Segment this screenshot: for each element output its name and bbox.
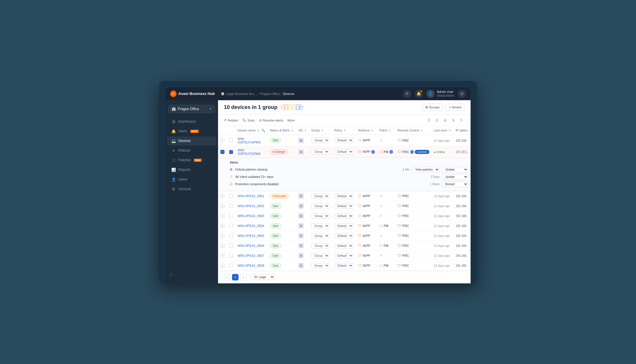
group-select[interactable]: Group (311, 263, 329, 268)
col-device-name[interactable]: Device name ⇅ 🔍 (235, 126, 267, 135)
groups-button[interactable]: ⊞ Groups (422, 104, 443, 111)
col-group[interactable]: Group ⇅ (309, 126, 332, 135)
sidebar-item-dashboard[interactable]: ⊞ Dashboard (167, 117, 216, 126)
device-link[interactable]: WIN-O3POLFGIPMS (238, 137, 261, 144)
row-expand-button[interactable]: + (220, 214, 224, 218)
restart-action[interactable]: ↺ Restart (224, 118, 238, 122)
grid-view-icon[interactable]: ⊞ (442, 117, 448, 124)
col-status[interactable]: Status & Alerts ⇅ (267, 126, 296, 135)
patch-toggle[interactable]: ● (390, 150, 393, 154)
update-select[interactable]: Update (442, 167, 468, 172)
device-link[interactable]: WIN-OPE42_0007 (238, 254, 264, 257)
sidebar-item-account[interactable]: ⚙ Account (167, 185, 216, 194)
next-page-button[interactable]: › (240, 274, 247, 280)
col-patch[interactable]: Patch ⇅ (377, 126, 395, 135)
row-expand-button[interactable]: − (220, 150, 224, 154)
row-checkbox[interactable] (229, 224, 233, 228)
group-select[interactable]: Group (311, 253, 329, 259)
policy-select[interactable]: Default (334, 263, 353, 268)
group-select[interactable]: Group (311, 138, 329, 143)
row-checkbox[interactable]: ✓ (229, 150, 233, 154)
list-view-icon[interactable]: ☰ (426, 117, 432, 124)
search-icon[interactable]: 🔍 (261, 129, 265, 132)
sidebar-collapse-button[interactable]: « (165, 269, 218, 280)
group-select[interactable]: Group (311, 203, 329, 209)
scan-action[interactable]: 🔍 Scan (242, 118, 255, 122)
policy-select[interactable]: Default (334, 223, 353, 229)
add-device-button[interactable]: + Device (446, 104, 465, 111)
more-action[interactable]: More (287, 119, 295, 122)
group-select[interactable]: Group (311, 213, 329, 219)
status-badge: Safe (270, 223, 281, 228)
sidebar-item-policies[interactable]: ≡ Policies (167, 146, 216, 155)
row-expand-button[interactable]: + (220, 254, 224, 258)
sidebar-item-alerts[interactable]: 🔔 Alerts BETA (167, 127, 216, 136)
detail-view-icon[interactable]: ⊟ (434, 117, 440, 124)
sidebar-item-patches[interactable]: ⬡ Patches NEW (167, 156, 216, 165)
sidebar-item-devices[interactable]: 💻 Devices (167, 136, 216, 145)
device-link[interactable]: WIN-OPE42_0008 (238, 264, 264, 267)
breadcrumb-item-1[interactable]: Prague Office (260, 92, 280, 96)
row-expand-button[interactable]: + (220, 138, 224, 143)
policy-select[interactable]: Default (334, 193, 353, 199)
sidebar-item-users[interactable]: 👤 Users (167, 175, 216, 184)
policy-select[interactable]: Default (334, 213, 353, 219)
group-select[interactable]: Group (311, 243, 329, 249)
download-icon[interactable]: ⬇ (450, 117, 457, 124)
policy-select[interactable]: Default (334, 233, 353, 239)
row-expand-button[interactable]: + (220, 204, 224, 208)
refresh-icon[interactable]: ↻ (458, 117, 465, 124)
device-link[interactable]: WIN-O3POLFGIZMA (238, 148, 260, 155)
device-link[interactable]: WIN-OPE42_0001 (238, 194, 264, 198)
device-link[interactable]: WIN-OPE42_0006 (238, 244, 264, 247)
device-link[interactable]: WIN-OPE42_0004 (238, 224, 264, 228)
device-link[interactable]: WIN-OPE42_0003 (238, 214, 264, 218)
prc-toggle[interactable]: ● (410, 150, 414, 154)
restart-action-select[interactable]: Restart (442, 181, 468, 187)
grid-icon[interactable]: ⊞ (458, 90, 466, 98)
per-page-select[interactable]: 25 / page 50 / page 100 / page (251, 274, 275, 280)
row-expand-button[interactable]: + (220, 234, 224, 238)
group-select[interactable]: Group (311, 223, 329, 229)
update-action-select[interactable]: Update (442, 174, 468, 180)
device-link[interactable]: WIN-OPE42_0002 (238, 204, 264, 208)
group-select[interactable]: Group (311, 149, 329, 155)
settings-icon[interactable]: ⚙ (403, 90, 411, 98)
notification-icon[interactable]: 🔔 (415, 90, 423, 98)
policy-select[interactable]: Default (334, 253, 353, 259)
policy-select[interactable]: Default (334, 149, 353, 155)
row-expand-button[interactable]: + (220, 224, 224, 228)
row-expand-button[interactable]: + (220, 264, 224, 268)
col-last-seen[interactable]: Last seen ⇅ (432, 126, 453, 135)
av-toggle[interactable]: ● (371, 150, 375, 154)
row-checkbox[interactable] (229, 234, 233, 238)
row-checkbox[interactable] (229, 204, 233, 208)
sidebar-item-reports[interactable]: 📊 Reports (167, 165, 216, 174)
policy-select[interactable]: Default (334, 138, 353, 143)
policy-select[interactable]: Default (334, 243, 353, 249)
col-antivirus[interactable]: Antivirus ⇅ (356, 126, 377, 135)
row-checkbox[interactable] (229, 254, 233, 257)
device-link[interactable]: WIN-OPE42_0005 (238, 234, 264, 238)
row-expand-button[interactable]: + (220, 244, 224, 248)
office-selector[interactable]: 🏢 Prague Office ▼ (168, 105, 215, 113)
row-checkbox[interactable] (229, 264, 233, 267)
group-select[interactable]: Group (311, 193, 329, 199)
col-os[interactable]: OS ⇅ (296, 126, 309, 135)
row-checkbox[interactable] (229, 194, 233, 198)
resolve-alerts-action[interactable]: ◎ Resolve alerts (259, 118, 284, 122)
connect-button[interactable]: Connect (415, 150, 429, 154)
col-ip[interactable]: IP addre.. (453, 126, 471, 135)
page-1-button[interactable]: 1 (232, 274, 238, 280)
col-policy[interactable]: Policy ⇅ (332, 126, 356, 135)
policy-select[interactable]: Default (334, 203, 353, 209)
row-checkbox[interactable] (229, 214, 233, 218)
breadcrumb-item-0[interactable]: Large Business Acc... (226, 92, 257, 96)
row-checkbox[interactable] (229, 138, 233, 142)
prev-page-button[interactable]: ‹ (224, 274, 230, 280)
row-checkbox[interactable] (229, 244, 233, 247)
col-remote-control[interactable]: Remote Control ⇅ (395, 126, 431, 135)
view-patches-select[interactable]: View patches (412, 167, 440, 172)
row-expand-button[interactable]: + (220, 194, 224, 198)
group-select[interactable]: Group (311, 233, 329, 239)
